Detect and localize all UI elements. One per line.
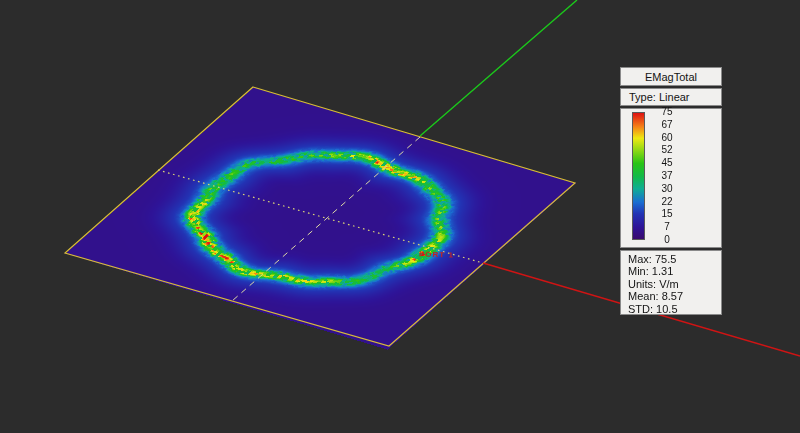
scale-tick: 30 [649, 184, 685, 194]
viewport-3d[interactable]: PORT 1 EMagTotal Type: Linear 7567605245… [0, 0, 800, 433]
stat-line: Min: 1.31 [628, 265, 721, 277]
stat-line: Mean: 8.57 [628, 290, 721, 302]
scale-tick: 22 [649, 197, 685, 207]
scale-tick: 7 [649, 222, 685, 232]
scale-tick: 75 [649, 107, 685, 117]
legend-scale-type-box[interactable]: Type: Linear [620, 88, 722, 106]
stats-lines: Max: 75.5Min: 1.31Units: V/mMean: 8.57ST… [628, 253, 721, 315]
scale-tick: 0 [649, 235, 685, 245]
scale-tick: 15 [649, 209, 685, 219]
legend-title-box[interactable]: EMagTotal [620, 67, 722, 86]
stat-line: STD: 10.5 [628, 303, 721, 315]
scale-tick: 60 [649, 133, 685, 143]
legend-stats-box[interactable]: Max: 75.5Min: 1.31Units: V/mMean: 8.57ST… [620, 250, 722, 315]
scale-tick: 67 [649, 120, 685, 130]
colorbar-gradient [632, 112, 645, 240]
port-label: PORT 1 [419, 250, 454, 259]
legend-colorbar-box[interactable]: 75676052453730221570 [620, 108, 722, 248]
legend-scale-type: Type: Linear [629, 91, 690, 103]
scale-tick: 52 [649, 145, 685, 155]
scale-tick: 37 [649, 171, 685, 181]
legend-title: EMagTotal [645, 71, 697, 83]
stat-line: Max: 75.5 [628, 253, 721, 265]
scale-tick: 45 [649, 158, 685, 168]
stat-line: Units: V/m [628, 278, 721, 290]
